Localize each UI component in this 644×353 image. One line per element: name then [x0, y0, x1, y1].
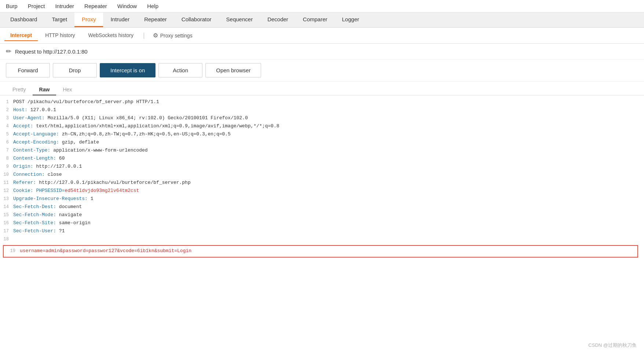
tab-collaborator[interactable]: Collaborator — [174, 12, 219, 27]
code-line: 19username=admin&password=passwor127&vco… — [7, 247, 634, 255]
code-line: 16Sec-Fetch-Site: same-origin — [0, 219, 644, 228]
menu-bar: Burp Project Intruder Repeater Window He… — [0, 0, 644, 12]
view-tab-hex[interactable]: Hex — [56, 84, 78, 95]
code-line: 7Content-Type: application/x-www-form-ur… — [0, 147, 644, 155]
menu-help[interactable]: Help — [146, 2, 160, 10]
view-tab-raw[interactable]: Raw — [33, 84, 56, 95]
code-line: 10Connection: close — [0, 171, 644, 179]
pencil-icon: ✏ — [6, 47, 11, 55]
code-line: 3User-Agent: Mozilla/5.0 (X11; Linux x86… — [0, 114, 644, 123]
code-line: 13Upgrade-Insecure-Requests: 1 — [0, 195, 644, 203]
code-line: 17Sec-Fetch-User: ?1 — [0, 228, 644, 236]
proxy-settings-label: Proxy settings — [160, 33, 193, 39]
code-line: 4Accept: text/html,application/xhtml+xml… — [0, 123, 644, 131]
sub-nav-divider: | — [141, 32, 147, 39]
code-line: 6Accept-Encoding: gzip, deflate — [0, 139, 644, 147]
code-line: 9Origin: http://127.0.0.1 — [0, 163, 644, 171]
top-nav: Dashboard Target Proxy Intruder Repeater… — [0, 12, 644, 28]
tab-target[interactable]: Target — [44, 12, 74, 27]
open-browser-button[interactable]: Open browser — [205, 63, 261, 77]
tab-intruder[interactable]: Intruder — [103, 12, 137, 27]
payload-section: 19username=admin&password=passwor127&vco… — [3, 245, 638, 258]
menu-window[interactable]: Window — [116, 2, 138, 10]
code-line: 14Sec-Fetch-Dest: document — [0, 203, 644, 211]
code-line: 15Sec-Fetch-Mode: navigate — [0, 211, 644, 219]
code-area[interactable]: 1POST /pikachu/vul/burteforce/bf_server.… — [0, 95, 644, 262]
tab-dashboard[interactable]: Dashboard — [3, 12, 44, 27]
menu-intruder[interactable]: Intruder — [54, 2, 76, 10]
watermark: CSDN @过期的秋刀鱼 — [588, 342, 637, 349]
action-bar: Forward Drop Intercept is on Action Open… — [0, 59, 644, 81]
menu-burp[interactable]: Burp — [4, 2, 19, 10]
drop-button[interactable]: Drop — [53, 63, 97, 77]
code-line: 1POST /pikachu/vul/burteforce/bf_server.… — [0, 98, 644, 106]
tab-proxy[interactable]: Proxy — [74, 12, 103, 27]
tab-comparer[interactable]: Comparer — [296, 12, 335, 27]
forward-button[interactable]: Forward — [6, 63, 50, 77]
menu-repeater[interactable]: Repeater — [83, 2, 109, 10]
action-button[interactable]: Action — [158, 63, 202, 77]
tab-logger[interactable]: Logger — [335, 12, 367, 27]
tab-repeater[interactable]: Repeater — [137, 12, 174, 27]
sub-tab-intercept[interactable]: Intercept — [4, 30, 38, 41]
code-line: 18 — [0, 236, 644, 244]
code-line: 5Accept-Language: zh-CN,zh;q=0.8,zh-TW;q… — [0, 131, 644, 139]
code-line: 12Cookie: PHPSESSID=ed54tldvjdo93mg2lv64… — [0, 187, 644, 195]
gear-icon: ⚙ — [153, 32, 158, 39]
request-header: ✏ Request to http://127.0.0.1:80 — [0, 44, 644, 59]
tab-decoder[interactable]: Decoder — [260, 12, 296, 27]
tab-sequencer[interactable]: Sequencer — [219, 12, 260, 27]
sub-tab-http-history[interactable]: HTTP history — [39, 30, 81, 41]
sub-tab-websockets[interactable]: WebSockets history — [83, 30, 139, 41]
intercept-toggle-button[interactable]: Intercept is on — [100, 63, 155, 77]
request-url: Request to http://127.0.0.1:80 — [15, 48, 88, 55]
code-line: 2Host: 127.0.0.1 — [0, 106, 644, 114]
menu-project[interactable]: Project — [26, 2, 47, 10]
request-body: 1POST /pikachu/vul/burteforce/bf_server.… — [0, 95, 644, 262]
code-line: 8Content-Length: 60 — [0, 155, 644, 163]
view-tab-pretty[interactable]: Pretty — [6, 84, 33, 95]
code-line: 11Referer: http://127.0.0.1/pikachu/vul/… — [0, 179, 644, 187]
view-tabs: Pretty Raw Hex — [0, 81, 644, 95]
sub-nav: Intercept HTTP history WebSockets histor… — [0, 28, 644, 44]
proxy-settings-button[interactable]: ⚙ Proxy settings — [149, 30, 197, 41]
